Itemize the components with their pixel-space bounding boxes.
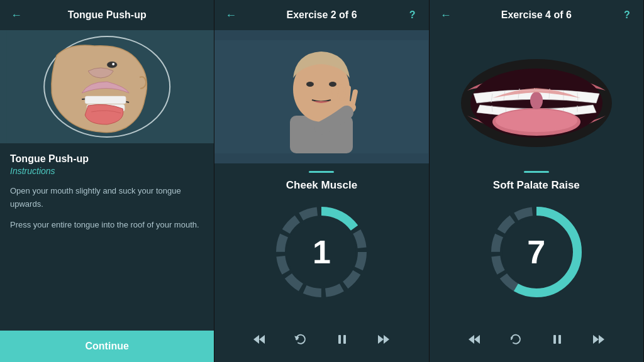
instruction-1: Open your mouth slightly and suck your t… (10, 185, 204, 211)
rewind-icon-panel3 (467, 332, 481, 346)
panel2-header: ← Exercise 2 of 6 ? (214, 0, 428, 30)
rewind-button-panel2[interactable] (247, 327, 271, 354)
panel3-timer-section: Soft Palate Raise 7 (430, 163, 643, 320)
svg-point-11 (329, 82, 336, 87)
panel3-image (430, 30, 643, 163)
back-icon-panel1[interactable]: ← (9, 9, 24, 22)
panel3-divider (524, 171, 549, 173)
panel3-controls (430, 320, 643, 362)
svg-rect-54 (558, 335, 561, 344)
forward-icon-panel3 (592, 332, 606, 346)
help-icon-panel2[interactable]: ? (405, 9, 420, 21)
panel1-image (0, 30, 214, 143)
pause-button-panel3[interactable] (545, 327, 569, 354)
replay-button-panel3[interactable] (504, 327, 528, 354)
pause-icon-panel2 (335, 332, 349, 346)
svg-marker-26 (384, 335, 389, 344)
replay-icon-panel3 (509, 332, 523, 346)
back-icon-panel2[interactable]: ← (223, 9, 238, 22)
panel2-controls (214, 320, 428, 362)
svg-marker-21 (259, 335, 265, 344)
panel3-header: ← Exercise 4 of 6 ? (430, 0, 643, 30)
svg-rect-23 (338, 335, 341, 344)
instruction-2: Press your entire tongue into the roof o… (10, 219, 204, 232)
panel1-header: ← Tongue Push-up (0, 0, 214, 30)
continue-button[interactable]: Continue (0, 331, 214, 362)
panel2-timer-section: Cheek Muscle 1 (214, 163, 428, 320)
help-icon-panel3[interactable]: ? (619, 9, 635, 21)
svg-rect-53 (553, 335, 556, 344)
svg-rect-2 (85, 96, 126, 104)
svg-marker-20 (253, 335, 259, 344)
forward-button-panel2[interactable] (372, 327, 396, 354)
rewind-icon-panel2 (252, 332, 266, 346)
back-icon-panel3[interactable]: ← (438, 9, 453, 22)
svg-point-5 (112, 63, 114, 65)
panel2-divider (309, 171, 334, 173)
svg-point-45 (496, 109, 577, 132)
svg-point-4 (107, 62, 117, 68)
forward-button-panel3[interactable] (587, 327, 611, 354)
panel3-title: Exercise 4 of 6 (453, 9, 619, 21)
panel2-image (214, 30, 428, 163)
svg-marker-50 (469, 335, 474, 344)
pause-button-panel2[interactable] (330, 327, 354, 354)
panel3-exercise-name: Soft Palate Raise (493, 179, 580, 192)
panel2-timer-number: 1 (313, 233, 331, 271)
svg-marker-56 (599, 335, 604, 344)
panel-tongue-pushup: ← Tongue Push-up (0, 0, 214, 362)
panel2-title: Exercise 2 of 6 (238, 9, 404, 21)
rewind-button-panel3[interactable] (462, 327, 486, 354)
panel3-timer-number: 7 (527, 233, 545, 271)
panel-exercise4: ← Exercise 4 of 6 ? (430, 0, 644, 362)
cheek-exercise-svg (214, 40, 428, 153)
forward-icon-panel2 (377, 332, 391, 346)
panel1-content: Tongue Push-up Instructions Open your mo… (0, 143, 214, 331)
exercise-instructions: Open your mouth slightly and suck your t… (10, 185, 204, 239)
panel3-timer: 7 (486, 202, 587, 302)
mouth-svg (430, 40, 643, 153)
svg-marker-55 (593, 335, 599, 344)
pause-icon-panel3 (550, 332, 564, 346)
svg-point-10 (306, 82, 314, 87)
svg-marker-25 (378, 335, 384, 344)
exercise-subtitle: Instructions (10, 166, 204, 176)
panel2-exercise-name: Cheek Muscle (286, 179, 357, 192)
svg-marker-22 (296, 337, 298, 339)
panel1-title: Tongue Push-up (24, 9, 190, 21)
replay-icon-panel2 (294, 332, 308, 346)
svg-rect-24 (343, 335, 346, 344)
replay-button-panel2[interactable] (289, 327, 313, 354)
tongue-anatomy-svg (0, 30, 214, 143)
svg-marker-51 (474, 335, 480, 344)
panel2-timer: 1 (271, 202, 372, 302)
exercise-title: Tongue Push-up (10, 153, 204, 165)
panel-exercise2: ← Exercise 2 of 6 ? (214, 0, 429, 362)
svg-point-46 (530, 92, 543, 109)
